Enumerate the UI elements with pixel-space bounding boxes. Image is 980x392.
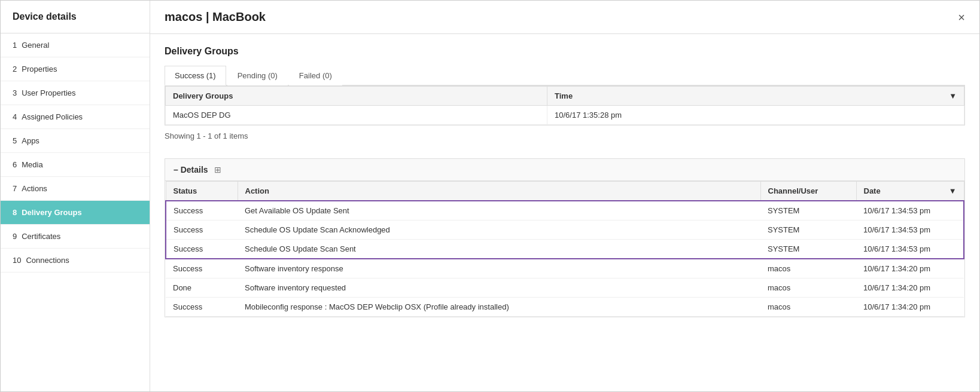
sidebar-item-num: 5: [13, 136, 17, 145]
col-header-channel: Channel/User: [760, 182, 856, 201]
row-action: Schedule OS Update Scan Acknowledged: [238, 220, 760, 240]
row-date: 10/6/17 1:34:20 pm: [856, 278, 964, 298]
sidebar-item-num: 6: [13, 160, 17, 169]
sidebar-item-properties[interactable]: 2Properties: [1, 57, 150, 81]
details-header: – Details ⊞: [165, 159, 964, 181]
sidebar-title: Device details: [1, 1, 150, 33]
row-channel: SYSTEM: [760, 220, 856, 240]
row-status: Success: [166, 240, 238, 259]
sidebar-item-num: 9: [13, 232, 17, 241]
details-title: – Details: [174, 165, 208, 174]
delivery-groups-table: Delivery Groups Time ▼: [165, 86, 964, 125]
sidebar-item-label: Actions: [22, 184, 47, 193]
sidebar-item-label: Certificates: [22, 232, 60, 241]
sidebar-item-label: General: [22, 41, 49, 50]
main-body: Delivery Groups Success (1)Pending (0)Fa…: [150, 34, 979, 391]
row-action: Schedule OS Update Scan Sent: [238, 240, 760, 259]
sidebar-item-general[interactable]: 1General: [1, 33, 150, 57]
sidebar-item-label: Connections: [26, 256, 69, 265]
delivery-group-name: MacOS DEP DG: [166, 106, 547, 125]
sidebar-item-certificates[interactable]: 9Certificates: [1, 225, 150, 249]
delivery-groups-section: Delivery Groups Success (1)Pending (0)Fa…: [165, 46, 965, 146]
page-title: macos | MacBook: [165, 10, 266, 24]
sidebar-item-user-properties[interactable]: 3User Properties: [1, 81, 150, 105]
sidebar-item-num: 10: [13, 256, 21, 265]
table-row: Success Mobileconfig response : MacOS DE…: [166, 298, 964, 317]
delivery-groups-tabs: Success (1)Pending (0)Failed (0): [165, 65, 965, 85]
row-date: 10/6/17 1:34:53 pm: [856, 220, 964, 240]
row-action: Get Available OS Update Sent: [238, 201, 760, 220]
table-row: Done Software inventory requested macos …: [166, 278, 964, 298]
delivery-group-time: 10/6/17 1:35:28 pm: [547, 106, 964, 125]
details-expand-icon[interactable]: ⊞: [214, 165, 221, 174]
sidebar-item-num: 8: [13, 208, 17, 217]
sidebar-item-label: User Properties: [22, 88, 75, 97]
table-row: Success Get Available OS Update Sent SYS…: [166, 201, 964, 220]
sort-arrow-date-icon: ▼: [949, 186, 957, 195]
sidebar-item-apps[interactable]: 5Apps: [1, 129, 150, 153]
row-status: Success: [166, 220, 238, 240]
tab-failed-0-[interactable]: Failed (0): [289, 66, 342, 85]
col-header-status: Status: [166, 182, 238, 201]
table-row: MacOS DEP DG10/6/17 1:35:28 pm: [166, 106, 964, 125]
row-channel: macos: [760, 278, 856, 298]
sidebar-item-num: 4: [13, 112, 17, 121]
row-date: 10/6/17 1:34:20 pm: [856, 298, 964, 317]
sidebar-item-label: Properties: [22, 65, 57, 74]
row-date: 10/6/17 1:34:20 pm: [856, 259, 964, 278]
row-action: Software inventory response: [238, 259, 760, 278]
delivery-groups-table-wrapper: Delivery Groups Time ▼: [165, 85, 965, 125]
showing-text: Showing 1 - 1 of 1 items: [165, 125, 965, 146]
table-row: Success Software inventory response maco…: [166, 259, 964, 278]
row-channel: macos: [760, 259, 856, 278]
row-action: Mobileconfig response : MacOS DEP Webcli…: [238, 298, 760, 317]
col-header-action: Action: [238, 182, 760, 201]
sidebar-item-label: Apps: [22, 136, 39, 145]
tab-success-1-[interactable]: Success (1): [165, 66, 226, 85]
col-header-delivery-groups: Delivery Groups: [166, 87, 547, 106]
sidebar-nav: 1General2Properties3User Properties4Assi…: [1, 33, 150, 272]
sidebar-item-actions[interactable]: 7Actions: [1, 177, 150, 201]
sidebar-item-num: 1: [13, 41, 17, 50]
sidebar-item-label: Delivery Groups: [22, 208, 81, 217]
section-title: Delivery Groups: [165, 46, 965, 57]
table-row: Success Schedule OS Update Scan Sent SYS…: [166, 240, 964, 259]
sidebar-item-num: 7: [13, 184, 17, 193]
sidebar-item-label: Assigned Policies: [22, 112, 83, 121]
row-action: Software inventory requested: [238, 278, 760, 298]
row-status: Success: [166, 259, 238, 278]
details-table: Status Action Channel/User Date: [165, 181, 964, 317]
sort-arrow-icon: ▼: [949, 91, 957, 100]
details-section: – Details ⊞ Status Action: [165, 158, 965, 317]
tab-pending-0-[interactable]: Pending (0): [227, 66, 288, 85]
sidebar-item-label: Media: [22, 160, 42, 169]
col-header-time: Time ▼: [547, 87, 964, 106]
sidebar-item-assigned-policies[interactable]: 4Assigned Policies: [1, 105, 150, 129]
row-channel: SYSTEM: [760, 240, 856, 259]
main-content: macos | MacBook × Delivery Groups Succes…: [150, 1, 979, 391]
sidebar-item-media[interactable]: 6Media: [1, 153, 150, 177]
col-header-date: Date ▼: [856, 182, 964, 201]
row-date: 10/6/17 1:34:53 pm: [856, 201, 964, 220]
main-header: macos | MacBook ×: [150, 1, 979, 34]
sidebar-item-num: 3: [13, 88, 17, 97]
row-date: 10/6/17 1:34:53 pm: [856, 240, 964, 259]
close-button[interactable]: ×: [958, 11, 965, 23]
row-channel: macos: [760, 298, 856, 317]
sidebar-item-delivery-groups[interactable]: 8Delivery Groups: [1, 201, 150, 225]
row-status: Success: [166, 298, 238, 317]
sidebar-item-connections[interactable]: 10Connections: [1, 249, 150, 272]
row-channel: SYSTEM: [760, 201, 856, 220]
sidebar: Device details 1General2Properties3User …: [1, 1, 150, 391]
row-status: Success: [166, 201, 238, 220]
table-row: Success Schedule OS Update Scan Acknowle…: [166, 220, 964, 240]
row-status: Done: [166, 278, 238, 298]
sidebar-item-num: 2: [13, 65, 17, 74]
